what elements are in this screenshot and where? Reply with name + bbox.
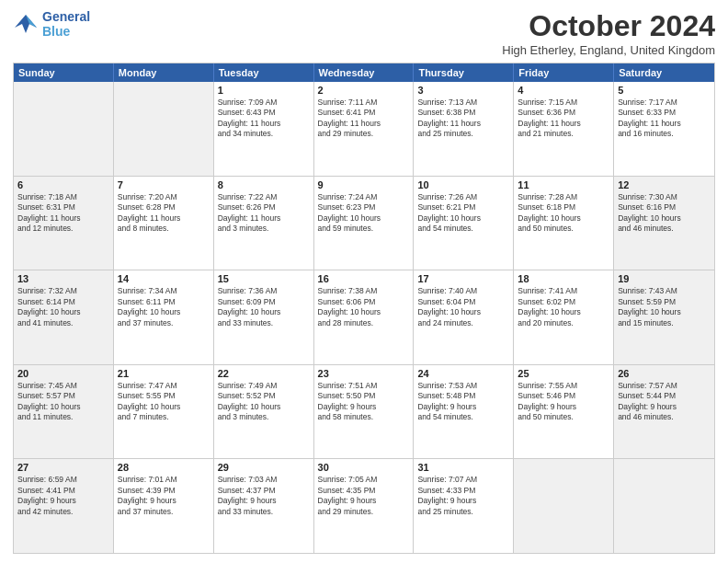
day-number: 12 [618,179,711,190]
calendar-cell-11: 11Sunrise: 7:28 AMSunset: 6:18 PMDayligh… [514,177,614,270]
cell-info-line: Sunset: 5:44 PM [618,391,711,401]
cell-info-line: Daylight: 11 hours [518,119,609,129]
cell-info-line: Sunset: 6:06 PM [318,297,410,307]
cell-info-line: Sunrise: 7:34 AM [118,286,210,296]
cell-info-line: Sunrise: 7:32 AM [17,286,109,296]
day-number: 6 [17,179,109,190]
cell-info-line: Sunset: 6:23 PM [318,202,410,213]
day-number: 29 [218,462,310,473]
cell-info-line: Sunrise: 6:59 AM [17,475,109,485]
header: General Blue October 2024 High Etherley,… [13,9,715,57]
cell-info-line: and 3 minutes. [218,224,310,234]
day-number: 10 [417,179,509,190]
weekday-header-monday: Monday [114,63,214,82]
cell-info-line: Sunrise: 7:49 AM [218,381,310,391]
cell-info-line: Sunrise: 7:51 AM [318,381,410,391]
cell-info-line: and 3 minutes. [218,412,310,422]
cell-info-line: Daylight: 9 hours [318,496,410,506]
cell-info-line: Sunset: 5:48 PM [417,391,509,401]
cell-info-line: Sunrise: 7:22 AM [218,192,310,202]
cell-info-line: Daylight: 10 hours [118,307,210,317]
cell-info-line: Daylight: 10 hours [118,402,210,412]
cell-info-line: Daylight: 11 hours [118,213,210,224]
day-number: 7 [118,179,210,190]
cell-info-line: and 29 minutes. [318,129,410,139]
weekday-header-tuesday: Tuesday [214,63,314,82]
cell-info-line: Daylight: 9 hours [417,496,509,506]
cell-info-line: Daylight: 11 hours [618,119,711,129]
calendar-cell-16: 16Sunrise: 7:38 AMSunset: 6:06 PMDayligh… [314,270,415,364]
weekday-header-thursday: Thursday [414,63,514,82]
cell-info-line: and 29 minutes. [318,507,410,517]
cell-info-line: and 33 minutes. [218,318,310,328]
calendar-cell-28: 28Sunrise: 7:01 AMSunset: 4:39 PMDayligh… [114,459,214,553]
cell-info-line: Daylight: 9 hours [17,496,109,506]
cell-info-line: and 21 minutes. [518,129,609,139]
cell-info-line: Sunrise: 7:57 AM [618,381,711,391]
day-number: 17 [417,273,509,284]
cell-info-line: Daylight: 9 hours [518,402,609,412]
cell-info-line: Sunset: 5:55 PM [118,391,210,401]
calendar-row-4: 27Sunrise: 6:59 AMSunset: 4:41 PMDayligh… [14,458,714,553]
cell-info-line: Sunrise: 7:03 AM [218,475,310,485]
calendar-cell-10: 10Sunrise: 7:26 AMSunset: 6:21 PMDayligh… [414,177,514,270]
cell-info-line: Daylight: 10 hours [417,213,509,224]
cell-info-line: Sunrise: 7:20 AM [118,192,210,202]
cell-info-line: Daylight: 10 hours [17,402,109,412]
cell-info-line: Sunrise: 7:45 AM [17,381,109,391]
calendar-cell-12: 12Sunrise: 7:30 AMSunset: 6:16 PMDayligh… [614,177,714,270]
weekday-header-saturday: Saturday [614,63,714,82]
cell-info-line: Daylight: 10 hours [518,307,609,317]
cell-info-line: and 33 minutes. [218,507,310,517]
cell-info-line: Sunset: 6:26 PM [218,202,310,213]
cell-info-line: Sunset: 5:59 PM [618,297,711,307]
cell-info-line: Sunrise: 7:13 AM [417,98,509,108]
day-number: 1 [218,85,310,96]
location: High Etherley, England, United Kingdom [502,43,715,57]
calendar-cell-empty [114,82,214,176]
cell-info-line: Sunset: 5:50 PM [318,391,410,401]
day-number: 26 [618,368,711,379]
cell-info-line: Daylight: 11 hours [17,213,109,224]
cell-info-line: Daylight: 9 hours [417,402,509,412]
calendar-cell-6: 6Sunrise: 7:18 AMSunset: 6:31 PMDaylight… [14,177,114,270]
day-number: 21 [118,368,210,379]
calendar-cell-empty [614,459,714,553]
weekday-header-wednesday: Wednesday [314,63,415,82]
calendar-cell-29: 29Sunrise: 7:03 AMSunset: 4:37 PMDayligh… [214,459,314,553]
day-number: 13 [17,273,109,284]
calendar-header: SundayMondayTuesdayWednesdayThursdayFrid… [14,63,714,82]
cell-info-line: Sunset: 5:52 PM [218,391,310,401]
cell-info-line: Sunset: 6:38 PM [417,108,509,118]
cell-info-line: Daylight: 10 hours [518,213,609,224]
calendar-row-0: 1Sunrise: 7:09 AMSunset: 6:43 PMDaylight… [14,82,714,176]
calendar-cell-25: 25Sunrise: 7:55 AMSunset: 5:46 PMDayligh… [514,365,614,459]
cell-info-line: Sunrise: 7:26 AM [417,192,509,202]
calendar-cell-empty [14,82,114,176]
day-number: 22 [218,368,310,379]
cell-info-line: Sunset: 6:04 PM [417,297,509,307]
cell-info-line: Sunset: 4:33 PM [417,486,509,496]
day-number: 20 [17,368,109,379]
cell-info-line: Sunrise: 7:24 AM [318,192,410,202]
day-number: 14 [118,273,210,284]
day-number: 9 [318,179,410,190]
cell-info-line: and 54 minutes. [417,412,509,422]
cell-info-line: Sunrise: 7:53 AM [417,381,509,391]
cell-info-line: Sunrise: 7:41 AM [518,286,609,296]
cell-info-line: Daylight: 9 hours [118,496,210,506]
calendar-cell-24: 24Sunrise: 7:53 AMSunset: 5:48 PMDayligh… [414,365,514,459]
cell-info-line: and 59 minutes. [318,224,410,234]
cell-info-line: and 50 minutes. [518,412,609,422]
cell-info-line: and 12 minutes. [17,224,109,234]
cell-info-line: and 42 minutes. [17,507,109,517]
cell-info-line: Sunrise: 7:09 AM [218,98,310,108]
day-number: 23 [318,368,410,379]
cell-info-line: Sunrise: 7:47 AM [118,381,210,391]
cell-info-line: Sunset: 6:36 PM [518,108,609,118]
cell-info-line: and 37 minutes. [118,318,210,328]
cell-info-line: and 15 minutes. [618,318,711,328]
day-number: 28 [118,462,210,473]
calendar-cell-9: 9Sunrise: 7:24 AMSunset: 6:23 PMDaylight… [314,177,415,270]
day-number: 4 [518,85,609,96]
